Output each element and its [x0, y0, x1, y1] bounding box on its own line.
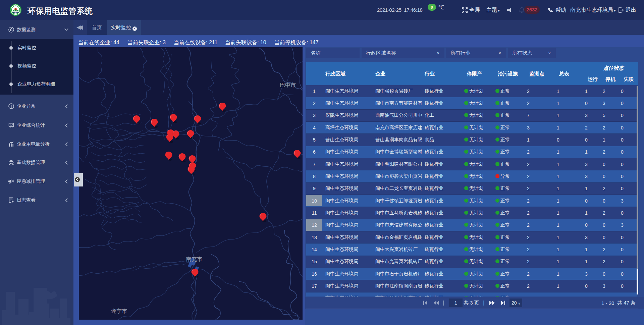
svg-text:遂宁市: 遂宁市 — [111, 308, 127, 314]
svg-text:南充市: 南充市 — [186, 256, 202, 262]
svg-text:巴中市: 巴中市 — [280, 82, 296, 88]
